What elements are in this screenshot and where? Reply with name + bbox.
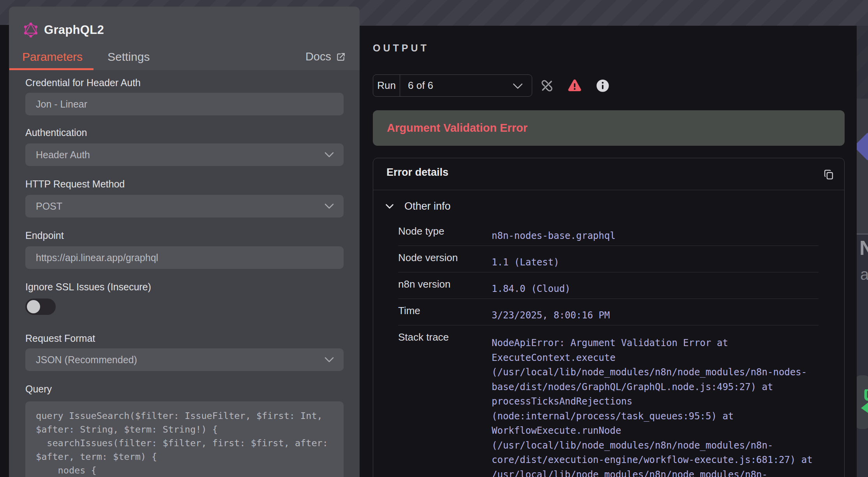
diamond-node-icon (857, 131, 868, 163)
copy-icon[interactable] (823, 169, 834, 180)
credential-value: Jon - Linear (36, 99, 87, 110)
endpoint-value: https://api.linear.app/graphql (36, 252, 158, 263)
canvas-node-card (857, 375, 868, 429)
warning-triangle-icon[interactable] (567, 79, 582, 93)
docs-link-label: Docs (305, 50, 331, 63)
info-row-label: Node type (398, 225, 492, 242)
error-details-title: Error details (386, 166, 448, 178)
credential-input[interactable]: Jon - Linear (25, 93, 344, 115)
query-code-editor[interactable]: query IssueSearch($filter: IssueFilter, … (25, 401, 344, 477)
chevron-down-icon (324, 356, 334, 364)
info-row-value: n8n-nodes-base.graphql (492, 225, 819, 242)
error-info-table: Node type n8n-nodes-base.graphql Node ve… (398, 225, 819, 477)
info-row-time: Time 3/23/2025, 8:00:16 PM (398, 299, 819, 325)
output-title: OUTPUT (373, 42, 429, 54)
authentication-label: Authentication (25, 127, 87, 138)
node-title: GraphQL2 (44, 23, 104, 37)
authentication-value: Header Auth (36, 149, 90, 161)
info-row-node-type: Node type n8n-nodes-base.graphql (398, 225, 819, 246)
info-row-label: Node version (398, 252, 492, 268)
http-method-label: HTTP Request Method (25, 178, 125, 190)
docs-link[interactable]: Docs (305, 50, 346, 63)
info-row-value: 3/23/2025, 8:00:16 PM (492, 305, 819, 321)
run-select[interactable]: 6 of 6 (400, 75, 532, 96)
credential-label: Credential for Header Auth (25, 77, 141, 88)
ssl-label: Ignore SSL Issues (Insecure) (25, 281, 151, 293)
ssl-toggle-knob (27, 300, 40, 313)
canvas-stripes (857, 26, 868, 99)
info-row-n8n-version: n8n version 1.84.0 (Cloud) (398, 272, 819, 299)
green-node-icon (860, 389, 868, 415)
background-card (857, 99, 868, 235)
info-row-value: 1.1 (Latest) (492, 252, 819, 268)
workflow-canvas-right-edge: N a (857, 26, 868, 477)
info-row-label: n8n version (398, 278, 492, 295)
info-circle-icon[interactable] (596, 79, 610, 93)
ssl-toggle[interactable] (25, 299, 56, 315)
info-row-node-version: Node version 1.1 (Latest) (398, 246, 819, 272)
tab-settings[interactable]: Settings (108, 50, 150, 64)
background-letter-top: N (859, 236, 868, 260)
node-settings-header: GraphQL2 Parameters Settings Docs (9, 7, 360, 70)
endpoint-input[interactable]: https://api.linear.app/graphql (25, 246, 344, 269)
chevron-down-icon (385, 203, 394, 210)
stack-trace-text: NodeApiError: Argument Validation Error … (492, 331, 819, 477)
request-format-select[interactable]: JSON (Recommended) (25, 348, 344, 371)
graphql-icon (23, 23, 38, 37)
divider (373, 190, 844, 190)
chevron-down-icon (512, 82, 523, 90)
info-row-value: 1.84.0 (Cloud) (492, 278, 819, 295)
other-info-title: Other info (404, 200, 451, 212)
http-method-value: POST (36, 201, 62, 212)
authentication-select[interactable]: Header Auth (25, 143, 344, 166)
endpoint-label: Endpoint (25, 230, 64, 241)
request-format-value: JSON (Recommended) (36, 354, 137, 366)
chevron-down-icon (324, 151, 334, 159)
other-info-section-toggle[interactable]: Other info (385, 200, 844, 212)
tab-parameters[interactable]: Parameters (22, 50, 83, 64)
http-method-select[interactable]: POST (25, 195, 344, 217)
info-row-label: Time (398, 305, 492, 321)
run-selector: Run 6 of 6 (373, 74, 532, 97)
unlink-icon[interactable] (540, 79, 554, 92)
modal-overlay-left (0, 25, 9, 477)
request-format-label: Request Format (25, 333, 95, 344)
node-settings-panel: GraphQL2 Parameters Settings Docs Creden… (9, 7, 360, 477)
error-banner: Argument Validation Error (373, 110, 845, 146)
error-details-card: Error details Other info Node type n8n-n… (373, 158, 845, 477)
external-link-icon (336, 52, 346, 62)
info-row-label: Stack trace (398, 331, 492, 477)
background-letter-bottom: a (860, 266, 868, 283)
query-label: Query (25, 383, 52, 395)
output-panel: OUTPUT Run 6 of 6 Argument Validation Er (360, 26, 857, 477)
run-select-value: 6 of 6 (408, 80, 433, 92)
parameters-form: Credential for Header Auth Jon - Linear … (9, 70, 360, 477)
error-banner-text: Argument Validation Error (387, 122, 528, 134)
info-row-stack-trace: Stack trace NodeApiError: Argument Valid… (398, 325, 819, 477)
chevron-down-icon (324, 202, 334, 210)
run-label: Run (373, 75, 400, 96)
